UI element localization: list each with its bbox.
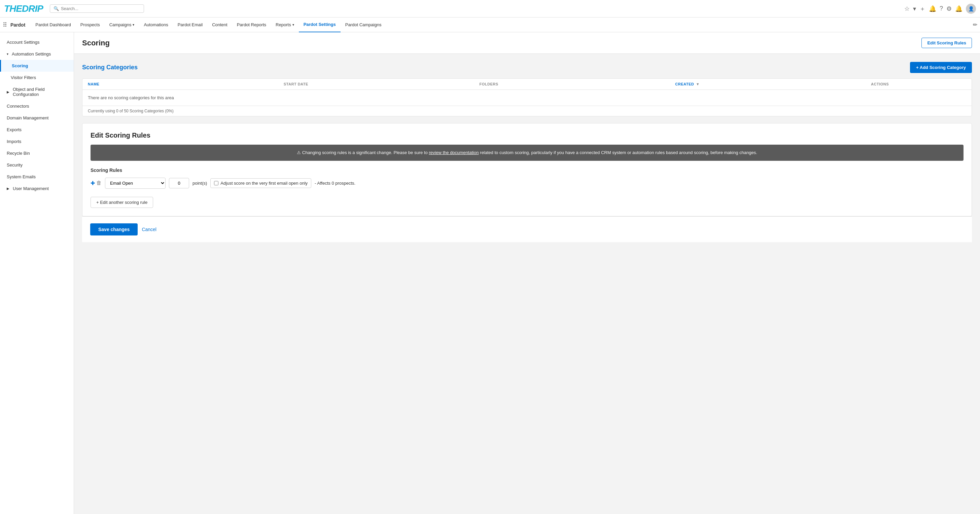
save-changes-button[interactable]: Save changes bbox=[90, 224, 138, 235]
sidebar-item-imports[interactable]: Imports bbox=[0, 136, 74, 148]
rule-type-select[interactable]: Email Open Email Click Form Submission P… bbox=[105, 178, 165, 189]
sidebar-item-connectors[interactable]: Connectors bbox=[0, 100, 74, 112]
sidebar-item-visitor-filters[interactable]: Visitor Filters bbox=[0, 71, 74, 83]
sidebar-item-label: Imports bbox=[7, 139, 21, 144]
table-footer-message: Currently using 0 of 50 Scoring Categori… bbox=[83, 106, 972, 116]
col-header-created[interactable]: CREATED ▼ bbox=[675, 82, 865, 86]
layout: Account Settings ▾ Automation Settings S… bbox=[0, 32, 980, 514]
edit-scoring-rules-title: Edit Scoring Rules bbox=[91, 132, 964, 139]
checkbox-label: Adjust score on the very first email ope… bbox=[210, 178, 311, 188]
rule-icons: ✚ 🗑 bbox=[91, 180, 102, 186]
sidebar-item-label: Security bbox=[7, 162, 22, 168]
warning-text2: related to custom scoring, particularly … bbox=[480, 150, 757, 155]
add-scoring-category-button[interactable]: + Add Scoring Category bbox=[910, 62, 972, 73]
sidebar-item-label: System Emails bbox=[7, 174, 36, 179]
top-bar: THEDRIP 🔍 ☆ ▾ ＋ 🔔 ? ⚙ 🔔 👤 bbox=[0, 0, 980, 17]
sort-icon: ▼ bbox=[696, 82, 700, 86]
chevron-down-icon: ▾ bbox=[133, 23, 134, 27]
chevron-right-icon: ▶ bbox=[7, 90, 10, 94]
warning-link[interactable]: review the documentation bbox=[429, 150, 479, 155]
scoring-categories-header: Scoring Categories + Add Scoring Categor… bbox=[82, 62, 972, 73]
search-icon: 🔍 bbox=[54, 6, 59, 11]
warning-text: ⚠ Changing scoring rules is a significan… bbox=[297, 150, 429, 155]
scoring-categories-table: NAME START DATE FOLDERS CREATED ▼ ACTION… bbox=[82, 78, 972, 116]
scoring-categories-title: Scoring Categories bbox=[82, 64, 138, 71]
sidebar-item-automation-settings[interactable]: ▾ Automation Settings bbox=[0, 48, 74, 60]
page-header: Scoring Edit Scoring Rules bbox=[74, 32, 980, 54]
nav-item-pardot-reports[interactable]: Pardot Reports bbox=[232, 17, 271, 32]
sidebar-item-object-field-config[interactable]: ▶ Object and Field Configuration bbox=[0, 83, 74, 100]
sidebar: Account Settings ▾ Automation Settings S… bbox=[0, 32, 74, 514]
col-header-start-date: START DATE bbox=[284, 82, 474, 86]
checkbox-text: Adjust score on the very first email ope… bbox=[220, 181, 308, 186]
page-title: Scoring bbox=[82, 39, 110, 48]
table-empty-message: There are no scoring categories for this… bbox=[83, 90, 972, 106]
col-header-folders: FOLDERS bbox=[480, 82, 670, 86]
sidebar-item-label: Automation Settings bbox=[12, 51, 51, 57]
rule-row: ✚ 🗑 Email Open Email Click Form Submissi… bbox=[91, 178, 964, 189]
plus-icon[interactable]: ＋ bbox=[920, 5, 926, 13]
app-name: Pardot bbox=[10, 22, 25, 28]
notification-icon[interactable]: 🔔 bbox=[955, 5, 963, 13]
points-input[interactable] bbox=[169, 178, 189, 188]
save-bar: Save changes Cancel bbox=[82, 216, 972, 242]
nav-item-pardot-email[interactable]: Pardot Email bbox=[173, 17, 207, 32]
sidebar-item-system-emails[interactable]: System Emails bbox=[0, 171, 74, 182]
table-header: NAME START DATE FOLDERS CREATED ▼ ACTION… bbox=[83, 79, 972, 90]
sidebar-item-security[interactable]: Security bbox=[0, 159, 74, 171]
sidebar-item-label: Scoring bbox=[12, 63, 28, 68]
edit-nav-icon[interactable]: ✏ bbox=[973, 22, 977, 28]
chevron-down-icon: ▾ bbox=[293, 23, 294, 27]
scoring-rules-label: Scoring Rules bbox=[91, 168, 964, 173]
warning-box: ⚠ Changing scoring rules is a significan… bbox=[91, 144, 964, 161]
bell-icon[interactable]: 🔔 bbox=[929, 5, 936, 13]
nav-item-prospects[interactable]: Prospects bbox=[76, 17, 105, 32]
content-area: Scoring Categories + Add Scoring Categor… bbox=[74, 54, 980, 250]
search-bar[interactable]: 🔍 bbox=[50, 5, 144, 13]
chevron-down-icon: ▾ bbox=[7, 52, 8, 56]
avatar[interactable]: 👤 bbox=[966, 4, 976, 14]
sidebar-item-user-management[interactable]: ▶ User Management bbox=[0, 182, 74, 194]
add-another-rule-button[interactable]: + Edit another scoring rule bbox=[91, 197, 153, 208]
chevron-right-icon: ▶ bbox=[7, 187, 10, 190]
nav-item-pardot-settings[interactable]: Pardot Settings bbox=[299, 17, 340, 32]
nav-item-content[interactable]: Content bbox=[207, 17, 232, 32]
sidebar-item-recycle-bin[interactable]: Recycle Bin bbox=[0, 148, 74, 159]
nav-item-pardot-campaigns[interactable]: Pardot Campaigns bbox=[340, 17, 387, 32]
sidebar-item-label: Domain Management bbox=[7, 115, 48, 121]
dropdown-icon[interactable]: ▾ bbox=[913, 5, 916, 13]
edit-scoring-rules-box: Edit Scoring Rules ⚠ Changing scoring ru… bbox=[82, 123, 972, 216]
col-header-actions: ACTIONS bbox=[871, 82, 966, 86]
sidebar-item-label: Object and Field Configuration bbox=[13, 87, 67, 97]
points-label: point(s) bbox=[192, 181, 207, 186]
sidebar-item-account-settings[interactable]: Account Settings bbox=[0, 36, 74, 48]
sidebar-item-label: User Management bbox=[13, 186, 49, 191]
nav-bar: ⠿ Pardot Pardot Dashboard Prospects Camp… bbox=[0, 17, 980, 32]
add-rule-icon[interactable]: ✚ bbox=[91, 180, 95, 186]
help-icon[interactable]: ? bbox=[940, 5, 943, 12]
affects-text: - Affects 0 prospects. bbox=[315, 181, 355, 186]
edit-scoring-rules-button[interactable]: Edit Scoring Rules bbox=[921, 38, 972, 48]
sidebar-item-label: Recycle Bin bbox=[7, 151, 30, 156]
top-icons: ☆ ▾ ＋ 🔔 ? ⚙ 🔔 👤 bbox=[904, 4, 976, 14]
main-content: Scoring Edit Scoring Rules Scoring Categ… bbox=[74, 32, 980, 514]
sidebar-item-exports[interactable]: Exports bbox=[0, 124, 74, 136]
nav-item-campaigns[interactable]: Campaigns▾ bbox=[105, 17, 139, 32]
sidebar-item-label: Account Settings bbox=[7, 40, 40, 45]
cancel-button[interactable]: Cancel bbox=[142, 227, 156, 232]
gear-icon[interactable]: ⚙ bbox=[947, 5, 952, 13]
sidebar-item-label: Connectors bbox=[7, 104, 29, 109]
nav-item-pardot-dashboard[interactable]: Pardot Dashboard bbox=[30, 17, 76, 32]
grid-icon[interactable]: ⠿ bbox=[3, 21, 7, 29]
logo: THEDRIP bbox=[4, 3, 43, 14]
first-email-checkbox[interactable] bbox=[214, 181, 218, 186]
star-icon[interactable]: ☆ bbox=[904, 5, 910, 13]
nav-item-reports[interactable]: Reports▾ bbox=[271, 17, 299, 32]
sidebar-item-scoring[interactable]: Scoring bbox=[0, 60, 74, 71]
nav-item-automations[interactable]: Automations bbox=[139, 17, 173, 32]
search-input[interactable] bbox=[61, 6, 140, 11]
sidebar-item-label: Exports bbox=[7, 127, 22, 132]
delete-rule-icon[interactable]: 🗑 bbox=[96, 180, 102, 186]
sidebar-item-domain-management[interactable]: Domain Management bbox=[0, 112, 74, 124]
col-header-name[interactable]: NAME bbox=[88, 82, 278, 86]
